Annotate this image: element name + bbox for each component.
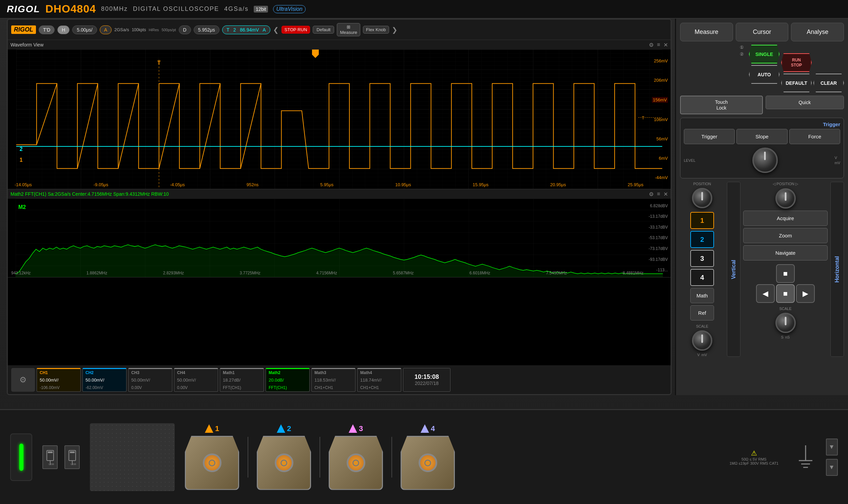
v-label-small: V [698,353,700,357]
power-indicator [19,444,23,471]
navigate-btn[interactable]: Navigate [743,245,828,260]
fft-menu-icon[interactable]: ≡ [657,191,660,197]
delay-btn[interactable]: D [179,25,191,34]
math3-status-box[interactable]: Math3 118.53mV/ CH1+CH1 [311,368,356,392]
trigger-section: Trigger Trigger Slope Force LEVEL V mV [680,118,844,178]
volt-7: -44mV [652,175,668,180]
ch4-bnc-connector[interactable] [401,436,455,490]
freq-0: 943.12kHz [11,271,31,275]
ch1-label-row: 1 [205,424,219,433]
math2-status-box[interactable]: Math2 20.0dB/ FFT(CH1) [266,368,310,392]
menu-icon[interactable]: ≡ [657,42,660,48]
next-nav[interactable]: ❯ [392,26,398,34]
ch4-status-box[interactable]: CH4 50.00mV/ 0.00V [174,368,218,392]
trigger-btn[interactable]: Trigger [684,129,735,144]
usb-port-2[interactable]: USB [65,445,80,469]
ch3-status-box[interactable]: CH3 50.00mV/ 0.00V [128,368,172,392]
slope-btn[interactable]: Slope [736,129,787,144]
right-controls-col: ◁ POSITION ▷ Acquire Zoom Navigate ◀ ■ ■… [743,182,828,357]
power-button[interactable] [10,433,32,481]
measure-label: Measure [340,30,357,35]
default-hex-btn[interactable]: DEFAULT [781,74,812,92]
right-arrow-btn[interactable]: ▶ [796,284,815,303]
left-arrow-btn[interactable]: ◀ [756,284,775,303]
oscilloscope-body: RIGOL DHO4804 800MHz DIGITAL OSCILLOSCOP… [0,0,848,504]
screen-logo: RIGOL [11,25,36,34]
ch1-bnc-connector[interactable] [185,436,239,490]
freq-6: 6.6018MHz [469,271,490,275]
position-label-right: ◁ POSITION ▷ [773,182,798,186]
freq-2: 2.8293MHz [163,271,184,275]
ch3-channel-btn[interactable]: 3 [690,250,714,267]
warning-icon: ⚠ [751,449,757,457]
settings-icon[interactable]: ⚙ [649,42,654,48]
position-knob-left[interactable] [692,188,712,208]
fft-close-icon[interactable]: ✕ [664,191,668,197]
card-slot-2[interactable]: ▶ [826,459,838,476]
timebase-mode-btn[interactable]: T'D [39,25,55,34]
acquire-btn[interactable]: Acquire [743,211,828,226]
num-2-label: ② [740,52,744,57]
card-slot-1[interactable]: ▶ [826,438,838,455]
flex-knob-btn[interactable]: Flex Knob [363,26,389,34]
timebase-btn[interactable]: 5.00μs/ [72,25,97,34]
stop-run-btn[interactable]: STOP RUN [282,26,310,34]
ch2-status-box[interactable]: CH2 50.00mV/ -62.00mV [83,368,127,392]
scale-knob-horiz[interactable] [775,313,796,333]
ch3-bnc-connector[interactable] [329,436,383,490]
position-knob-right[interactable] [775,188,796,209]
brand-type: DIGITAL OSCILLOSCOPE [133,5,219,13]
prev-nav[interactable]: ❮ [273,26,279,34]
measure-btn[interactable]: ⊞ Measure [337,23,360,36]
ch2-bnc-connector[interactable] [257,436,311,490]
channel-a-btn[interactable]: A [100,25,112,34]
scale-knob-vert[interactable] [692,330,712,351]
settings-gear-icon[interactable]: ⚙ [11,368,35,392]
center-square-btn[interactable]: ■ [776,284,795,303]
fft-title-bar: Math2 FFT(CH1) Sa:2GSa/s Center:4.7156MH… [8,189,671,199]
delay-val-btn[interactable]: 5.952μs [194,25,219,34]
cursor-panel-btn[interactable]: Cursor [736,23,789,41]
freq-7: 7.5450MHz [546,271,567,275]
ch2-channel-btn[interactable]: 2 [690,231,714,248]
fft-svg: M2 [8,199,671,277]
quick-btn[interactable]: Quick [765,96,844,109]
auto-btn[interactable]: AUTO [749,65,779,84]
default-btn[interactable]: Default [313,26,334,34]
trigger-section-label: Trigger [684,122,840,127]
waveform-title: Waveform View [11,42,43,48]
math-btn[interactable]: Math [690,288,714,303]
analyse-panel-btn[interactable]: Analyse [791,23,844,41]
trigger-knob-row: LEVEL V mV [684,146,840,175]
ch4-bnc-pin [424,460,431,466]
single-btn[interactable]: SINGLE [749,45,779,64]
force-btn[interactable]: Force [789,129,840,144]
ref-btn[interactable]: Ref [690,305,714,321]
close-icon[interactable]: ✕ [664,42,668,48]
touch-lock-btn[interactable]: Touch Lock [680,96,763,114]
run-stop-btn[interactable]: RUNSTOP [781,53,812,72]
lock-label: Lock [716,105,726,111]
zoom-btn[interactable]: Zoom [743,228,828,243]
ch1-channel-btn[interactable]: 1 [690,212,714,229]
math1-status-box[interactable]: Math1 18.27dB/ FFT(CH1) [220,368,264,392]
waveform-canvas: T 2 1 T 256mV 206mV [8,50,671,189]
horizontal-btn[interactable]: H [57,25,70,34]
stop-square-btn[interactable]: ■ [776,264,795,283]
ch1-status-box[interactable]: CH1 50.00mV/ -106.00mV [37,368,81,392]
ch4-channel-btn[interactable]: 4 [690,269,714,286]
fft-settings-icon[interactable]: ⚙ [649,191,654,197]
usb-port-1[interactable]: USB [42,445,58,469]
right-side-btns: Acquire Zoom Navigate [743,211,828,260]
ch2-box-offset: -62.00mV [86,385,124,390]
trigger-ch-btn[interactable]: T 2 86.94mV A [222,25,270,34]
math4-box-label: Math4 [360,371,398,375]
number-knobs: ① ② [740,45,744,92]
freq-labels: 943.12kHz 1.8862MHz 2.8293MHz 3.7725MHz … [11,271,644,275]
clear-hex-btn[interactable]: CLEAR [813,74,844,92]
fft-icons: ⚙ ≡ ✕ [649,191,668,197]
math4-status-box[interactable]: Math4 118.74mV/ CH1+CH1 [357,368,401,392]
trigger-level-knob[interactable] [752,147,778,173]
dbv-5: -73.17dBV [649,246,668,251]
measure-panel-btn[interactable]: Measure [680,23,733,41]
